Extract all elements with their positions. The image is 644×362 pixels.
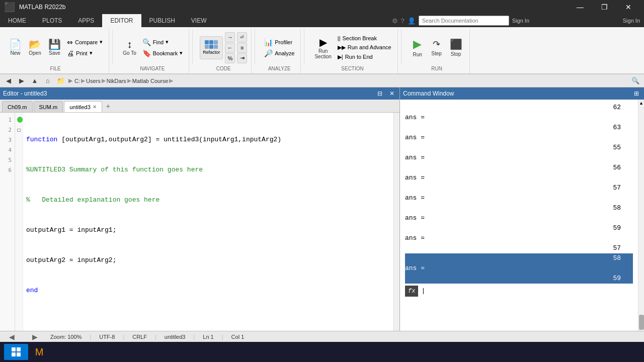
- svg-rect-1: [17, 347, 21, 351]
- sign-in-button[interactable]: Sign In: [623, 18, 640, 24]
- search-input[interactable]: [419, 16, 509, 26]
- home-button[interactable]: ⌂: [42, 76, 53, 86]
- stop-icon: ⬛: [450, 38, 462, 50]
- find-button[interactable]: 🔍 Find ▾: [140, 37, 185, 47]
- status-next-button[interactable]: ▶: [27, 331, 42, 342]
- analyze-button[interactable]: 🔎 Analyze: [262, 48, 296, 58]
- editor-close-button[interactable]: ✕: [387, 89, 396, 98]
- wrap-button[interactable]: ⏎: [237, 32, 247, 42]
- minimize-button[interactable]: —: [569, 0, 592, 14]
- tab-plots[interactable]: PLOTS: [34, 14, 70, 27]
- new-button[interactable]: 📄 New: [6, 37, 25, 58]
- outdent-button[interactable]: ←: [225, 43, 235, 53]
- tab-ch09[interactable]: Ch09.m: [2, 101, 33, 112]
- tab-view[interactable]: VIEW: [183, 14, 215, 27]
- code-line-6: end: [26, 286, 390, 296]
- stop-button[interactable]: ⬛ Stop: [447, 36, 465, 59]
- addr-search-icon[interactable]: 🔍: [630, 76, 641, 86]
- goto-button[interactable]: ↕ Go To: [120, 37, 139, 58]
- section-break-button[interactable]: || Section Break: [336, 34, 393, 42]
- ribbon-content: 📄 New 📂 Open 💾 Save ⇔ Compare ▾ 🖨 Pri: [0, 27, 644, 74]
- save-button[interactable]: 💾 Save: [45, 37, 64, 58]
- open-button[interactable]: 📂 Open: [26, 37, 44, 58]
- help-icon[interactable]: ?: [401, 17, 405, 25]
- close-button[interactable]: ✕: [617, 0, 640, 14]
- tab-close-button[interactable]: ✕: [93, 104, 97, 110]
- line-num-5: 5: [1, 155, 14, 165]
- section-btns: || Section Break ▶▶ Run and Advance ▶| R…: [336, 34, 393, 61]
- tab-publish[interactable]: PUBLISH: [141, 14, 183, 27]
- compare-print-group: ⇔ Compare ▾ 🖨 Print ▾: [65, 37, 105, 58]
- line-num-1: 1: [1, 115, 14, 125]
- cmd-row-ans59b: ans =: [405, 263, 633, 274]
- editor-title: Editor - untitled3: [3, 90, 372, 97]
- tab-untitled3[interactable]: untitled3 ✕: [64, 101, 102, 112]
- bookmark-button[interactable]: 🔖 Bookmark ▾: [140, 48, 185, 58]
- window-controls: — ❐ ✕: [569, 0, 640, 14]
- scroll-thumb[interactable]: [639, 315, 644, 330]
- restore-button[interactable]: ❐: [593, 0, 616, 14]
- cmd-titlebar: Command Window ⊞: [400, 87, 644, 100]
- path-matlab[interactable]: Matlab Course: [132, 78, 169, 84]
- forward-button[interactable]: ▶: [16, 76, 27, 86]
- command-panel: Command Window ⊞ 62 ans = 63 ans = 55 an…: [400, 87, 644, 342]
- cmd-row-ans59a: ans =: [405, 213, 633, 223]
- format-button[interactable]: ≡: [237, 43, 247, 53]
- analyze-group-label: ANALYZE: [268, 66, 291, 72]
- cmd-row-ans56a: ans =: [405, 153, 633, 163]
- status-ln: Ln 1: [203, 334, 213, 340]
- indent-button[interactable]: →: [225, 32, 235, 42]
- scroll-up-button[interactable]: ▲: [638, 100, 644, 107]
- run-section-button[interactable]: ▶ RunSection: [311, 34, 334, 61]
- ribbon-group-section: ▶ RunSection || Section Break ▶▶ Run and…: [307, 29, 397, 73]
- ribbon-group-code: Refactor → ← % ⏎ ≡ ⇥ CODE: [196, 29, 252, 73]
- cmd-scrollbar[interactable]: ▲ ▼: [638, 100, 644, 342]
- cmd-expand-button[interactable]: ⊞: [632, 89, 641, 98]
- code-line-4: outputArg1 = inputArg1;: [26, 225, 390, 235]
- editor-undock-button[interactable]: ⊟: [375, 89, 384, 98]
- quick-access-icon[interactable]: ⚙: [392, 17, 398, 25]
- tab-home[interactable]: HOME: [0, 14, 34, 27]
- community-icon[interactable]: 👤: [408, 17, 416, 25]
- path-c[interactable]: C:: [74, 78, 80, 84]
- profiler-button[interactable]: 📊 Profiler: [262, 37, 296, 47]
- marker-4: [15, 145, 23, 155]
- path-users[interactable]: Users: [86, 78, 101, 84]
- path-nikdars[interactable]: NikDars: [107, 78, 126, 84]
- cmd-output[interactable]: 62 ans = 63 ans = 55 ans = 56 ans = 57 a…: [400, 100, 638, 342]
- taskbar-matlab-icon[interactable]: M: [30, 344, 48, 360]
- cmd-row-ans57a: ans =: [405, 173, 633, 183]
- section-group-label: SECTION: [341, 66, 363, 72]
- run-section-icon: ▶: [319, 36, 327, 48]
- run-button[interactable]: ▶ Run: [409, 36, 427, 59]
- compare-button[interactable]: ⇔ Compare ▾: [65, 37, 105, 47]
- up-button[interactable]: ▲: [29, 76, 40, 86]
- add-tab-button[interactable]: +: [103, 101, 113, 111]
- refactor-group: Refactor: [200, 36, 223, 59]
- back-button[interactable]: ◀: [3, 76, 14, 86]
- editor-scrollbar[interactable]: [393, 113, 399, 342]
- line-numbers: 1 2 3 4 5 6: [0, 113, 15, 342]
- refactor-icon: [205, 40, 218, 49]
- marker-5: [15, 155, 23, 165]
- status-prev-button[interactable]: ◀: [4, 331, 19, 342]
- tab-sum[interactable]: SUM.m: [34, 101, 63, 112]
- step-icon: ↷: [433, 39, 440, 50]
- editor-content: 1 2 3 4 5 6 □ function [outputArg1,outpu…: [0, 113, 399, 342]
- run-advance-button[interactable]: ▶▶ Run and Advance: [336, 43, 393, 52]
- cmd-row-63: 63: [405, 123, 633, 133]
- sign-in-link[interactable]: Sign In: [512, 18, 529, 24]
- auto-indent-button[interactable]: ⇥: [237, 53, 247, 63]
- cmd-row-57: 57: [405, 183, 633, 193]
- start-button[interactable]: [4, 344, 28, 360]
- step-button[interactable]: ↷ Step: [428, 37, 446, 58]
- cmd-row-ans57b: ans =: [405, 233, 633, 243]
- cmd-row-55: 55: [405, 143, 633, 153]
- tab-editor[interactable]: EDITOR: [102, 14, 141, 27]
- tab-apps[interactable]: APPS: [70, 14, 102, 27]
- run-to-end-button[interactable]: ▶| Run to End: [336, 53, 393, 61]
- code-editor[interactable]: function [outputArg1,outputArg2] = untit…: [23, 113, 393, 342]
- print-button[interactable]: 🖨 Print ▾: [65, 48, 105, 58]
- refactor-button[interactable]: Refactor: [200, 36, 223, 59]
- comment-button[interactable]: %: [225, 53, 235, 63]
